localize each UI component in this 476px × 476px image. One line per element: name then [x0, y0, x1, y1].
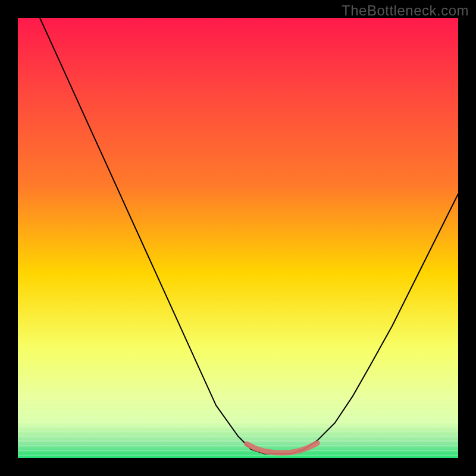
svg-rect-5 — [18, 416, 458, 418]
svg-rect-2 — [18, 402, 458, 403]
svg-rect-0 — [18, 393, 458, 394]
svg-rect-7 — [18, 426, 458, 427]
svg-rect-12 — [18, 450, 458, 451]
svg-rect-1 — [18, 397, 458, 399]
watermark-label: TheBottleneck.com — [342, 2, 469, 19]
chart-svg — [18, 18, 458, 458]
svg-rect-13 — [18, 455, 458, 456]
plot-area — [18, 18, 458, 458]
svg-rect-11 — [18, 445, 458, 446]
svg-rect-6 — [18, 421, 458, 422]
svg-rect-3 — [18, 407, 458, 408]
svg-rect-10 — [18, 440, 458, 441]
gradient-background — [18, 18, 458, 458]
svg-rect-4 — [18, 412, 458, 413]
chart-frame: TheBottleneck.com — [0, 0, 476, 476]
svg-rect-8 — [18, 431, 458, 432]
